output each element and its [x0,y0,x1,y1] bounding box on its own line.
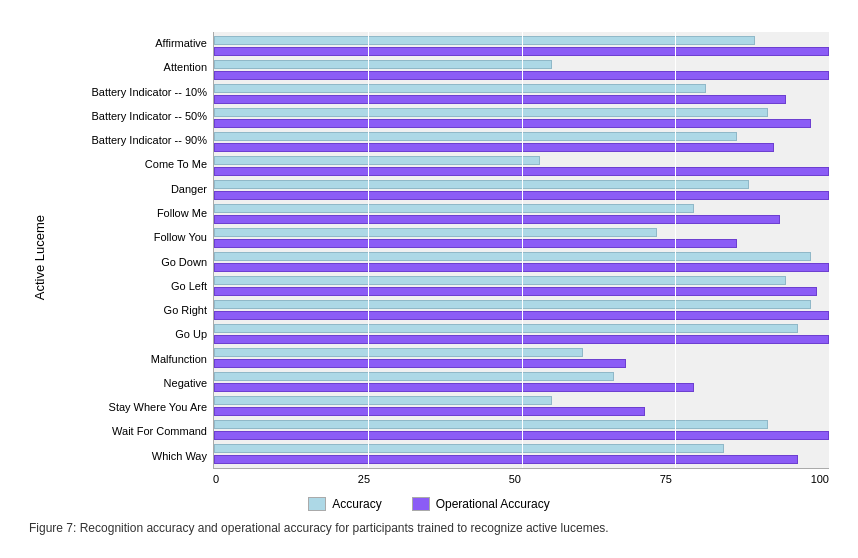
bar-operational [214,119,811,128]
bar-accuracy [214,324,798,333]
chart-area: Active Luceme AffirmativeAttentionBatter… [29,32,829,485]
bar-operational [214,239,737,248]
grid-line-100 [829,32,830,468]
y-axis-label: Active Luceme [32,215,47,300]
bar-operational [214,95,786,104]
figure-container: Active Luceme AffirmativeAttentionBatter… [19,12,839,547]
bars-container [213,32,829,469]
bar-operational [214,359,626,368]
bar-accuracy [214,156,540,165]
bar-accuracy [214,180,749,189]
legend-item-operational: Operational Accuracy [412,497,550,511]
bar-operational [214,455,798,464]
y-label-stay-where-you-are: Stay Where You Are [53,396,207,420]
y-label-battery-indicator----50%: Battery Indicator -- 50% [53,104,207,128]
y-label-attention: Attention [53,56,207,80]
bar-accuracy [214,372,614,381]
plot-area: AffirmativeAttentionBattery Indicator --… [53,32,829,469]
y-axis-label-container: Active Luceme [29,32,49,485]
bar-operational [214,287,817,296]
bar-operational [214,215,780,224]
y-label-negative: Negative [53,371,207,395]
grid-line-50 [522,32,523,468]
x-tick: 0 [213,473,219,485]
x-ticks: 0255075100 [213,473,829,485]
bar-accuracy [214,204,694,213]
x-tick: 100 [811,473,829,485]
bar-accuracy [214,276,786,285]
bar-operational [214,407,645,416]
bar-accuracy [214,396,552,405]
y-labels: AffirmativeAttentionBattery Indicator --… [53,32,213,469]
bar-accuracy [214,108,768,117]
bar-accuracy [214,348,583,357]
y-label-come-to-me: Come To Me [53,153,207,177]
legend-operational-label: Operational Accuracy [436,497,550,511]
y-label-follow-you: Follow You [53,226,207,250]
bar-accuracy [214,132,737,141]
y-label-affirmative: Affirmative [53,32,207,56]
y-label-battery-indicator----10%: Battery Indicator -- 10% [53,80,207,104]
y-label-malfunction: Malfunction [53,347,207,371]
bar-accuracy [214,228,657,237]
x-tick: 75 [660,473,672,485]
y-label-go-down: Go Down [53,250,207,274]
bar-accuracy [214,444,724,453]
y-label-follow-me: Follow Me [53,201,207,225]
y-label-go-left: Go Left [53,274,207,298]
bar-accuracy [214,300,811,309]
y-label-battery-indicator----90%: Battery Indicator -- 90% [53,129,207,153]
chart-inner: AffirmativeAttentionBattery Indicator --… [53,32,829,485]
y-label-danger: Danger [53,177,207,201]
legend-box-operational [412,497,430,511]
figure-caption: Figure 7: Recognition accuracy and opera… [29,519,829,537]
bar-accuracy [214,420,768,429]
x-axis: 0255075100 [213,473,829,485]
x-tick: 50 [509,473,521,485]
y-label-go-right: Go Right [53,299,207,323]
grid-line-25 [368,32,369,468]
x-tick: 25 [358,473,370,485]
legend-accuracy-label: Accuracy [332,497,381,511]
bar-accuracy [214,252,811,261]
y-label-which-way: Which Way [53,444,207,468]
legend: Accuracy Operational Accuracy [29,497,829,511]
y-label-wait-for-command: Wait For Command [53,420,207,444]
bar-accuracy [214,84,706,93]
legend-item-accuracy: Accuracy [308,497,381,511]
y-label-go-up: Go Up [53,323,207,347]
bar-accuracy [214,60,552,69]
grid-line-75 [675,32,676,468]
bar-operational [214,383,694,392]
bar-operational [214,143,774,152]
legend-box-accuracy [308,497,326,511]
bar-accuracy [214,36,755,45]
